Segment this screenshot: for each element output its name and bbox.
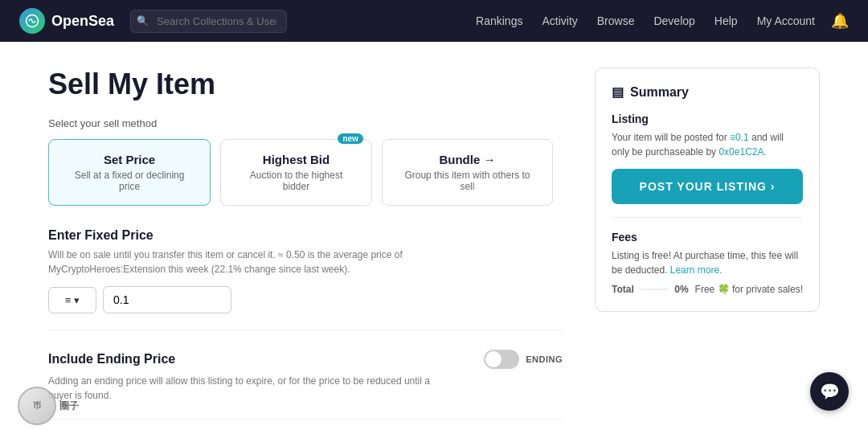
method-set-price-title: Set Price bbox=[65, 153, 194, 166]
new-badge: new bbox=[338, 133, 362, 144]
fixed-price-desc: Will be on sale until you transfer this … bbox=[48, 248, 434, 276]
fees-learn-more-link[interactable]: Learn more. bbox=[670, 264, 723, 276]
nav-links: Rankings Activity Browse Develop Help My… bbox=[476, 14, 815, 27]
method-bundle[interactable]: Bundle → Group this item with others to … bbox=[382, 139, 553, 206]
nav-activity[interactable]: Activity bbox=[542, 14, 577, 27]
navbar: OpenSea 🔍 Rankings Activity Browse Devel… bbox=[0, 0, 868, 42]
ending-toggle-slider bbox=[484, 350, 519, 369]
fixed-price-section: Enter Fixed Price Will be on sale until … bbox=[48, 228, 563, 330]
total-bar bbox=[641, 289, 668, 290]
ending-price-header: Include Ending Price ENDING bbox=[48, 350, 563, 369]
summary-listing-address: 0x0e1C2A. bbox=[719, 146, 766, 158]
summary-title: ▤ Summary bbox=[612, 84, 803, 100]
method-set-price[interactable]: Set Price Sell at a fixed or declining p… bbox=[48, 139, 211, 206]
chat-button[interactable]: 💬 bbox=[810, 372, 849, 411]
search-icon: 🔍 bbox=[137, 15, 149, 27]
ending-price-section: Include Ending Price ENDING Adding an en… bbox=[48, 350, 563, 420]
total-row: Total 0% Free 🍀 for private sales! bbox=[612, 284, 803, 295]
brand-name: OpenSea bbox=[51, 13, 114, 30]
total-percent: 0% bbox=[674, 284, 688, 295]
sell-method-label: Select your sell method bbox=[48, 117, 563, 129]
summary-listing-title: Listing bbox=[612, 113, 803, 125]
fees-desc: Listing is free! At purchase time, this … bbox=[612, 248, 803, 277]
summary-fees-section: Fees Listing is free! At purchase time, … bbox=[612, 231, 803, 295]
price-input[interactable] bbox=[103, 286, 231, 313]
method-bundle-title: Bundle → bbox=[399, 153, 536, 166]
method-highest-bid[interactable]: new Highest Bid Auction to the highest b… bbox=[220, 139, 372, 206]
method-highest-bid-title: Highest Bid bbox=[237, 153, 355, 166]
search-bar: 🔍 bbox=[130, 10, 287, 33]
ending-price-desc: Adding an ending price will allow this l… bbox=[48, 374, 434, 403]
ending-toggle[interactable] bbox=[484, 350, 519, 369]
right-panel: ▤ Summary Listing Your item will be post… bbox=[595, 68, 820, 430]
method-set-price-desc: Sell at a fixed or declining price bbox=[65, 170, 194, 192]
nav-develop[interactable]: Develop bbox=[653, 14, 694, 27]
summary-listing-section: Listing Your item will be posted for ≡0.… bbox=[612, 113, 803, 218]
chat-icon: 💬 bbox=[820, 382, 840, 401]
summary-listing-price: ≡0.1 bbox=[730, 132, 749, 143]
watermark: 币 圈子 bbox=[0, 382, 96, 430]
fixed-price-title: Enter Fixed Price bbox=[48, 228, 154, 243]
ending-toggle-wrapper: ENDING bbox=[484, 350, 563, 369]
brand-logo bbox=[19, 8, 45, 34]
nav-rankings[interactable]: Rankings bbox=[476, 14, 522, 27]
ending-price-title: Include Ending Price bbox=[48, 352, 175, 367]
currency-select[interactable]: ≡ ▾ bbox=[48, 287, 96, 313]
watermark-text: 圈子 bbox=[59, 399, 79, 413]
currency-chevron-icon: ▾ bbox=[74, 294, 80, 306]
summary-card: ▤ Summary Listing Your item will be post… bbox=[595, 68, 820, 312]
ending-toggle-label: ENDING bbox=[526, 354, 563, 364]
main-content: Sell My Item Select your sell method Set… bbox=[0, 42, 868, 430]
brand-link[interactable]: OpenSea bbox=[19, 8, 114, 34]
left-panel: Sell My Item Select your sell method Set… bbox=[48, 68, 563, 430]
summary-listing-prefix: Your item will be posted for bbox=[612, 132, 730, 143]
price-input-row: ≡ ▾ bbox=[48, 286, 563, 313]
sell-methods: Set Price Sell at a fixed or declining p… bbox=[48, 139, 563, 206]
free-label: Free 🍀 for private sales! bbox=[695, 284, 803, 295]
summary-icon: ▤ bbox=[612, 84, 624, 100]
total-label: Total bbox=[612, 284, 634, 295]
nav-browse[interactable]: Browse bbox=[597, 14, 635, 27]
summary-listing-desc: Your item will be posted for ≡0.1 and wi… bbox=[612, 130, 803, 159]
fees-title: Fees bbox=[612, 231, 803, 244]
method-highest-bid-desc: Auction to the highest bidder bbox=[237, 170, 355, 192]
page-title: Sell My Item bbox=[48, 68, 563, 101]
method-bundle-desc: Group this item with others to sell bbox=[399, 170, 536, 192]
nav-help[interactable]: Help bbox=[714, 14, 738, 27]
watermark-logo: 币 bbox=[18, 387, 56, 425]
nav-my-account[interactable]: My Account bbox=[757, 14, 815, 27]
currency-symbol: ≡ bbox=[65, 294, 72, 306]
notification-bell-icon[interactable]: 🔔 bbox=[831, 12, 849, 30]
summary-title-text: Summary bbox=[630, 85, 689, 100]
fixed-price-header: Enter Fixed Price bbox=[48, 228, 563, 243]
post-listing-button[interactable]: POST YOUR LISTING › bbox=[612, 169, 803, 204]
search-input[interactable] bbox=[130, 10, 287, 33]
